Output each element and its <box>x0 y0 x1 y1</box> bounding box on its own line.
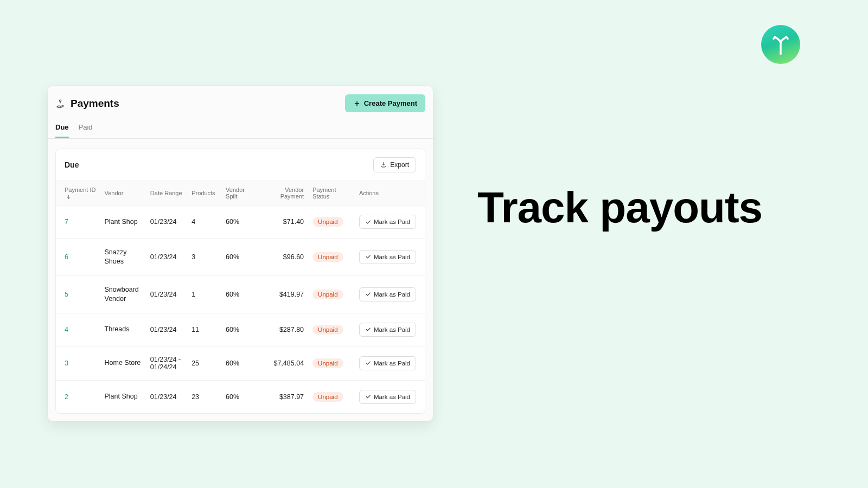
table-row: 6Snazzy Shoes01/23/24360%$96.60UnpaidMar… <box>56 239 425 276</box>
brand-logo <box>761 25 800 64</box>
vendor-cell: Snazzy Shoes <box>100 239 146 276</box>
mark-as-paid-button[interactable]: Mark as Paid <box>359 323 416 337</box>
vendor-cell: Plant Shop <box>100 380 146 413</box>
status-badge: Unpaid <box>312 325 343 335</box>
split-cell: 60% <box>221 275 261 313</box>
mark-as-paid-button[interactable]: Mark as Paid <box>359 250 416 264</box>
split-cell: 60% <box>221 239 261 276</box>
table-row: 7Plant Shop01/23/24460%$71.40UnpaidMark … <box>56 206 425 239</box>
export-button[interactable]: Export <box>373 157 416 172</box>
products-cell: 25 <box>187 346 221 380</box>
status-badge: Unpaid <box>312 392 343 402</box>
split-cell: 60% <box>221 346 261 380</box>
payment-cell: $419.97 <box>261 275 308 313</box>
status-badge: Unpaid <box>312 217 343 227</box>
col-products[interactable]: Products <box>187 181 221 206</box>
marketing-headline: Track payouts <box>477 184 762 231</box>
col-date-range[interactable]: Date Range <box>146 181 187 206</box>
payment-cell: $96.60 <box>261 239 308 276</box>
payments-panel: Payments Create Payment Due Paid Due Exp… <box>48 86 433 421</box>
create-payment-label: Create Payment <box>364 99 417 107</box>
payment-id-link[interactable]: 7 <box>65 218 68 226</box>
check-icon <box>365 291 371 297</box>
payment-cell: $7,485.04 <box>261 346 308 380</box>
payment-id-link[interactable]: 4 <box>65 326 68 333</box>
table-row: 4Threads01/23/241160%$287.80UnpaidMark a… <box>56 313 425 346</box>
check-icon <box>365 254 371 260</box>
date-cell: 01/23/24 <box>146 380 187 413</box>
section-title: Due <box>65 160 79 169</box>
col-payment-id[interactable]: Payment ID <box>56 181 100 206</box>
payment-cell: $71.40 <box>261 206 308 239</box>
page-title: Payments <box>71 98 119 110</box>
table-row: 3Home Store01/23/24 - 01/24/242560%$7,48… <box>56 346 425 380</box>
table-row: 2Plant Shop01/23/242360%$387.97UnpaidMar… <box>56 380 425 413</box>
date-cell: 01/23/24 <box>146 206 187 239</box>
col-vendor[interactable]: Vendor <box>100 181 146 206</box>
date-cell: 01/23/24 <box>146 239 187 276</box>
sort-desc-icon <box>66 195 71 200</box>
products-cell: 11 <box>187 313 221 346</box>
payment-id-link[interactable]: 5 <box>65 291 68 298</box>
status-badge: Unpaid <box>312 290 343 299</box>
products-cell: 4 <box>187 206 221 239</box>
payment-id-link[interactable]: 3 <box>65 359 68 367</box>
date-cell: 01/23/24 <box>146 275 187 313</box>
table-row: 5Snowboard Vendor01/23/24160%$419.97Unpa… <box>56 275 425 313</box>
col-payment-status[interactable]: Payment Status <box>308 181 355 206</box>
plus-icon <box>353 100 361 107</box>
vendor-cell: Home Store <box>100 346 146 380</box>
payment-id-link[interactable]: 2 <box>65 393 68 401</box>
due-section: Due Export Payment ID Vendor Date Range … <box>55 149 425 414</box>
split-cell: 60% <box>221 313 261 346</box>
status-badge: Unpaid <box>312 358 343 368</box>
check-icon <box>365 326 371 332</box>
create-payment-button[interactable]: Create Payment <box>345 94 425 112</box>
status-badge: Unpaid <box>312 252 343 262</box>
hand-coin-icon <box>55 99 65 108</box>
products-cell: 1 <box>187 275 221 313</box>
tabs: Due Paid <box>48 112 433 139</box>
check-icon <box>365 360 371 366</box>
vendor-cell: Plant Shop <box>100 206 146 239</box>
products-cell: 3 <box>187 239 221 276</box>
vendor-cell: Snowboard Vendor <box>100 275 146 313</box>
products-cell: 23 <box>187 380 221 413</box>
trident-icon <box>769 33 792 56</box>
mark-as-paid-button[interactable]: Mark as Paid <box>359 215 416 229</box>
payments-table: Payment ID Vendor Date Range Products Ve… <box>56 181 425 413</box>
split-cell: 60% <box>221 206 261 239</box>
col-vendor-payment[interactable]: Vendor Payment <box>261 181 308 206</box>
date-cell: 01/23/24 <box>146 313 187 346</box>
tab-paid[interactable]: Paid <box>79 123 93 138</box>
tab-due[interactable]: Due <box>55 123 69 138</box>
svg-point-0 <box>59 100 61 101</box>
payment-cell: $287.80 <box>261 313 308 346</box>
date-cell: 01/23/24 - 01/24/24 <box>146 346 187 380</box>
payment-cell: $387.97 <box>261 380 308 413</box>
mark-as-paid-button[interactable]: Mark as Paid <box>359 287 416 301</box>
vendor-cell: Threads <box>100 313 146 346</box>
export-label: Export <box>390 161 409 169</box>
col-vendor-split[interactable]: Vendor Split <box>221 181 261 206</box>
mark-as-paid-button[interactable]: Mark as Paid <box>359 356 416 370</box>
mark-as-paid-button[interactable]: Mark as Paid <box>359 390 416 404</box>
check-icon <box>365 219 371 225</box>
payment-id-link[interactable]: 6 <box>65 253 68 261</box>
split-cell: 60% <box>221 380 261 413</box>
check-icon <box>365 394 371 400</box>
col-actions: Actions <box>355 181 425 206</box>
download-icon <box>380 162 387 168</box>
